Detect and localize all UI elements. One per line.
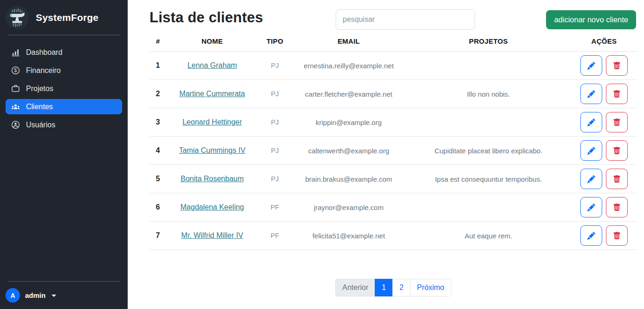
sidebar-item-usuarios[interactable]: Usuários [6,117,122,132]
client-name-link[interactable]: Bonita Rosenbaum [181,175,244,183]
row-actions [571,112,637,132]
client-email: caltenwerth@example.org [292,147,406,155]
pencil-icon [587,90,595,98]
row-number: 3 [150,118,166,126]
client-projects: Cupiditate placeat libero explicabo. [406,147,571,155]
svg-text:$: $ [14,67,17,73]
client-email: brain.brakus@example.com [292,175,406,183]
client-projects: Ipsa est consequuntur temporibus. [406,175,571,183]
client-type: PF [258,232,292,239]
avatar: A [6,288,20,302]
column-header-email: EMAIL [292,37,406,45]
row-actions [571,197,637,217]
delete-button[interactable] [606,55,628,76]
sidebar-item-label: Dashboard [26,48,62,57]
sidebar-item-label: Projetos [26,85,53,93]
client-email: carter.fletcher@example.net [292,90,406,98]
client-type: PJ [258,147,292,154]
trash-icon [613,90,621,98]
sidebar: SystemForge Dashboard $ Financeiro [0,0,128,309]
pagination-page-2[interactable]: 2 [392,279,410,296]
trash-icon [613,62,621,70]
column-header-acoes: AÇÕES [571,37,637,45]
sidebar-nav: Dashboard $ Financeiro Projetos [0,35,128,142]
table-row: 3 Leonard Hettinger PJ krippin@example.o… [150,108,637,137]
edit-button[interactable] [580,140,602,161]
client-type: PJ [258,90,292,98]
pagination-next[interactable]: Próximo [410,279,451,296]
trash-icon [613,175,621,183]
client-email: krippin@example.org [292,118,406,126]
sidebar-item-clientes[interactable]: Clientes [6,99,122,114]
edit-button[interactable] [580,55,602,76]
edit-button[interactable] [580,197,602,217]
search-input[interactable] [336,9,475,30]
sidebar-footer: A admin [0,281,128,309]
client-name-link[interactable]: Martine Cummerata [179,90,245,98]
user-name: admin [25,291,46,299]
user-menu[interactable]: A admin [0,282,128,302]
client-name-link[interactable]: Tamia Cummings IV [179,146,245,154]
row-number: 1 [150,61,166,70]
row-number: 2 [150,90,166,98]
client-projects: Aut eaque rem. [406,232,571,240]
column-header-projetos: PROJETOS [406,37,571,45]
pagination: Anterior 1 2 Próximo [150,279,637,296]
pencil-icon [587,118,595,126]
trash-icon [613,147,621,155]
table-row: 5 Bonita Rosenbaum PJ brain.brakus@examp… [150,165,637,193]
client-type: PJ [258,118,292,126]
client-name-link[interactable]: Magdalena Keeling [181,203,244,211]
delete-button[interactable] [606,169,628,189]
column-header-nome: NOME [166,37,258,45]
row-actions [571,84,637,104]
row-actions [571,140,637,161]
delete-button[interactable] [606,197,628,217]
row-actions [571,55,637,76]
row-number: 5 [150,175,166,183]
delete-button[interactable] [606,84,628,104]
pencil-icon [587,204,595,211]
client-name-link[interactable]: Mr. Wilfrid Miller IV [181,231,243,239]
edit-button[interactable] [580,84,602,104]
pencil-icon [587,175,595,183]
trash-icon [613,118,621,126]
client-type: PJ [258,62,292,69]
pagination-previous[interactable]: Anterior [335,279,375,296]
trash-icon [613,232,621,240]
delete-button[interactable] [606,140,628,161]
table-body: 1 Lenna Graham PJ ernestina.reilly@examp… [150,52,637,250]
table-row: 1 Lenna Graham PJ ernestina.reilly@examp… [150,52,637,80]
people-icon [11,102,20,111]
add-client-button[interactable]: adicionar novo cliente [546,10,636,29]
sidebar-item-dashboard[interactable]: Dashboard [6,45,122,60]
person-circle-icon [11,120,20,129]
client-name-link[interactable]: Lenna Graham [188,61,237,69]
pencil-icon [587,147,595,155]
row-number: 4 [150,146,166,155]
edit-button[interactable] [580,169,602,189]
client-name-link[interactable]: Leonard Hettinger [182,118,242,126]
edit-button[interactable] [580,225,602,246]
table-row: 6 Magdalena Keeling PF jraynor@example.c… [150,193,637,222]
pagination-page-1[interactable]: 1 [375,279,393,296]
client-email: felicita51@example.net [292,232,406,240]
sidebar-item-label: Clientes [26,103,53,111]
delete-button[interactable] [606,225,628,246]
client-email: ernestina.reilly@example.net [292,62,406,70]
edit-button[interactable] [580,112,602,132]
client-type: PF [258,204,292,211]
client-projects: Illo non nobis. [406,90,571,98]
caret-down-icon [52,295,56,297]
briefcase-icon [11,84,20,93]
sidebar-item-projetos[interactable]: Projetos [6,81,122,96]
sidebar-item-label: Usuários [26,121,55,129]
table-row: 4 Tamia Cummings IV PJ caltenwerth@examp… [150,137,637,165]
client-type: PJ [258,175,292,183]
row-number: 7 [150,231,166,240]
row-actions [571,225,637,246]
delete-button[interactable] [606,112,628,132]
anvil-forge-logo-icon [6,6,29,29]
bar-chart-icon [11,48,20,57]
sidebar-item-financeiro[interactable]: $ Financeiro [6,63,122,78]
